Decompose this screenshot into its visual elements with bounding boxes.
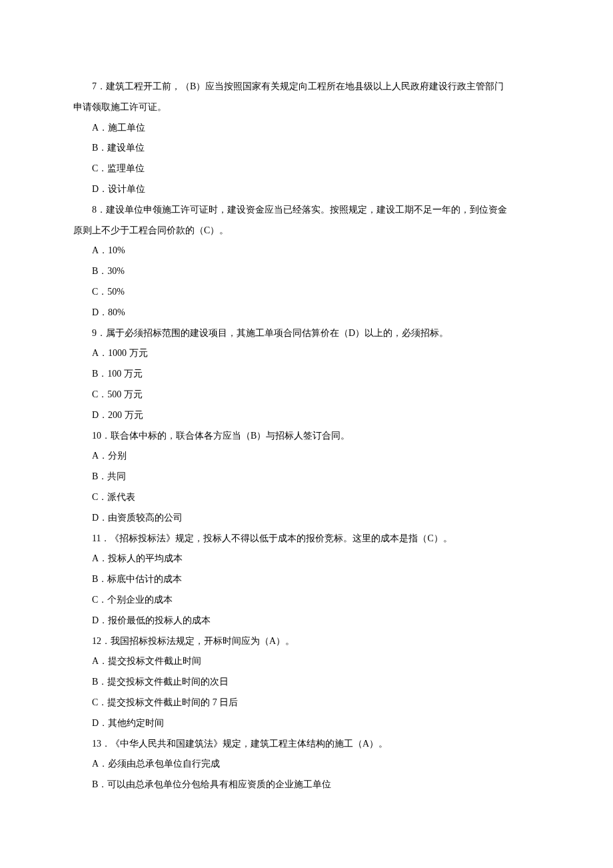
question-9-option-d: D．200 万元 [73,405,540,426]
question-10-option-b: B．共同 [73,467,540,487]
question-12-line1: 12．我国招标投标法规定，开标时间应为（A）。 [73,631,540,652]
question-10-line1: 10．联合体中标的，联合体各方应当（B）与招标人签订合同。 [73,426,540,447]
question-9-line1: 9．属于必须招标范围的建设项目，其施工单项合同估算价在（D）以上的，必须招标。 [73,323,540,344]
question-11-line1: 11．《招标投标法》规定，投标人不得以低于成本的报价竞标。这里的成本是指（C）。 [73,529,540,549]
question-9-option-c: C．500 万元 [73,385,540,405]
question-7-option-a: A．施工单位 [73,118,540,139]
question-7-option-b: B．建设单位 [73,138,540,159]
question-11-option-d: D．报价最低的投标人的成本 [73,611,540,631]
question-8-option-c: C．50% [73,282,540,303]
question-7-option-c: C．监理单位 [73,159,540,179]
question-8-line1: 8．建设单位申领施工许可证时，建设资金应当已经落实。按照规定，建设工期不足一年的… [73,200,540,221]
question-13-line1: 13．《中华人民共和国建筑法》规定，建筑工程主体结构的施工（A）。 [73,734,540,755]
question-12-option-d: D．其他约定时间 [73,713,540,734]
question-9-option-b: B．100 万元 [73,364,540,385]
question-7-line2: 申请领取施工许可证。 [73,97,540,118]
question-8-option-a: A．10% [73,241,540,261]
question-8-option-b: B．30% [73,261,540,282]
question-11-option-c: C．个别企业的成本 [73,590,540,611]
question-11-option-a: A．投标人的平均成本 [73,549,540,569]
question-11-option-b: B．标底中估计的成本 [73,569,540,590]
question-8-line2: 原则上不少于工程合同价款的（C）。 [73,221,540,241]
question-10-option-a: A．分别 [73,446,540,467]
question-12-option-a: A．提交投标文件截止时间 [73,651,540,672]
question-10-option-c: C．派代表 [73,487,540,508]
question-13-option-b: B．可以由总承包单位分包给具有相应资质的企业施工单位 [73,775,540,795]
question-12-option-c: C．提交投标文件截止时间的 7 日后 [73,693,540,713]
question-7-option-d: D．设计单位 [73,179,540,200]
question-12-option-b: B．提交投标文件截止时间的次日 [73,672,540,693]
document-content: 7．建筑工程开工前，（B）应当按照国家有关规定向工程所在地县级以上人民政府建设行… [73,77,540,795]
question-7-line1: 7．建筑工程开工前，（B）应当按照国家有关规定向工程所在地县级以上人民政府建设行… [73,77,540,97]
question-8-option-d: D．80% [73,303,540,323]
question-13-option-a: A．必须由总承包单位自行完成 [73,754,540,775]
question-9-option-a: A．1000 万元 [73,343,540,364]
question-10-option-d: D．由资质较高的公司 [73,508,540,529]
